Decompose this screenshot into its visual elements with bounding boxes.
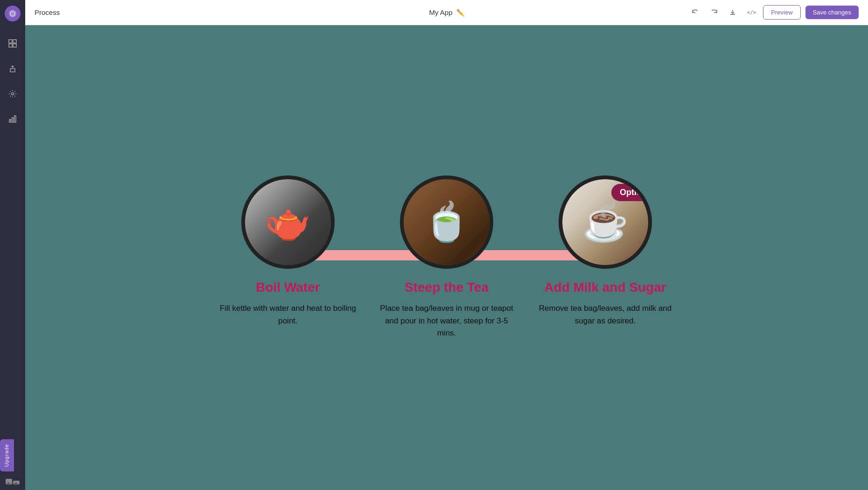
step-desc-boil: Fill kettle with water and heat to boili… [218, 302, 358, 327]
app-name-area: My App ✏️ [429, 8, 464, 16]
svg-rect-3 [13, 40, 16, 43]
step-circle-boil [241, 175, 335, 269]
step-boil-water: Boil Water Fill kettle with water and he… [209, 175, 367, 327]
redo-button[interactable] [707, 6, 721, 20]
step-circle-steep [400, 175, 493, 269]
step-desc-milk: Remove tea bag/leaves, add milk and suga… [535, 302, 675, 327]
analytics-icon[interactable] [5, 111, 21, 127]
app-logo[interactable]: ⬡ [5, 6, 21, 21]
preview-button[interactable]: Preview [763, 5, 800, 20]
edit-app-name-icon[interactable]: ✏️ [456, 9, 464, 16]
svg-rect-7 [9, 119, 11, 122]
svg-rect-2 [9, 40, 12, 43]
step-image-boil [245, 179, 331, 265]
topbar-actions: </> Preview Save changes [688, 5, 859, 20]
main-area: Process My App ✏️ [25, 0, 868, 490]
page-title: Process [35, 8, 60, 16]
save-button[interactable]: Save changes [805, 6, 859, 19]
svg-rect-4 [9, 44, 12, 47]
step-steep-tea: Steep the Tea Place tea bag/leaves in mu… [367, 175, 526, 339]
step-circle-milk: Optional [559, 175, 652, 269]
save-state-button[interactable] [726, 6, 740, 20]
plugin-icon[interactable] [5, 61, 21, 77]
step-title-steep: Steep the Tea [405, 280, 489, 295]
step-add-milk: Optional Add Milk and Sugar Remove tea b… [526, 175, 685, 327]
step-title-boil: Boil Water [256, 280, 320, 295]
code-view-button[interactable]: </> [744, 6, 758, 20]
step-desc-steep: Place tea bag/leaves in mug or teapot an… [377, 302, 517, 339]
optional-badge: Optional [611, 184, 652, 201]
upgrade-button[interactable]: Upgrade [0, 439, 14, 471]
svg-text:⬡: ⬡ [10, 10, 15, 17]
svg-point-13 [14, 483, 17, 485]
svg-point-12 [7, 483, 10, 485]
process-container: Boil Water Fill kettle with water and he… [190, 175, 703, 339]
sidebar: ⬡ Upgrade [0, 0, 25, 490]
undo-button[interactable] [688, 6, 702, 20]
step-title-milk: Add Milk and Sugar [544, 280, 666, 295]
settings-icon[interactable] [5, 86, 21, 102]
svg-point-6 [12, 93, 14, 95]
sidebar-bot [0, 477, 25, 486]
svg-rect-5 [13, 44, 16, 47]
canvas-area[interactable]: Boil Water Fill kettle with water and he… [25, 25, 868, 490]
svg-rect-9 [14, 116, 16, 122]
app-name-label: My App [429, 8, 452, 16]
step-image-steep [404, 179, 490, 265]
topbar: Process My App ✏️ [25, 0, 868, 25]
svg-rect-8 [12, 118, 14, 122]
grid-icon[interactable] [5, 35, 21, 51]
